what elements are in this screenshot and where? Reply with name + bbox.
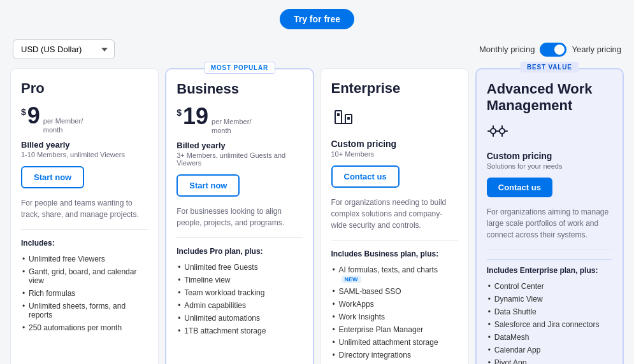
yearly-label: Yearly pricing	[572, 45, 621, 54]
list-item: Control Center	[487, 280, 612, 293]
list-item: Dynamic View	[487, 293, 612, 305]
plan-description-enterprise: For organizations needing to build compl…	[331, 197, 458, 241]
plan-price-business: $ 19 per Member/month	[177, 105, 302, 136]
plan-name-advanced: Advanced Work Management	[487, 81, 612, 114]
list-item: Salesforce and Jira connectors	[487, 318, 612, 331]
billed-sub-pro: 1-10 Members, unlimited Viewers	[21, 151, 148, 158]
features-list-advanced: Control Center Dynamic View Data Shuttle…	[487, 280, 612, 364]
list-item: 250 automations per month	[21, 321, 148, 334]
plan-description-advanced: For organizations aiming to manage large…	[487, 206, 612, 250]
price-amount-business: 19	[183, 105, 208, 128]
svg-rect-3	[337, 113, 340, 116]
list-item: WorkApps	[331, 298, 458, 311]
features-list-pro: Unlimited free Viewers Gantt, grid, boar…	[21, 253, 148, 334]
list-item: Admin capabilities	[177, 299, 302, 312]
plan-card-pro: Pro $ 9 per Member/month Billed yearly 1…	[10, 68, 159, 364]
plan-badge-advanced: BEST VALUE	[521, 62, 579, 73]
contact-us-button-enterprise[interactable]: Contact us	[331, 165, 400, 188]
contact-us-button-advanced[interactable]: Contact us	[487, 178, 552, 197]
plan-badge-business: MOST POPULAR	[204, 62, 275, 74]
list-item: Unlimited free Guests	[177, 261, 302, 274]
custom-pricing-enterprise: Custom pricing	[331, 139, 458, 149]
plan-card-advanced: BEST VALUE Advanced Work Management Cust…	[475, 68, 624, 364]
list-item: Unlimited automations	[177, 312, 302, 325]
plan-description-pro: For people and teams wanting to track, s…	[21, 197, 148, 230]
toggle-switch[interactable]	[540, 43, 566, 57]
start-now-button-business[interactable]: Start now	[177, 174, 240, 197]
includes-title-enterprise: Includes Business plan, plus:	[331, 249, 458, 258]
list-item: SAML-based SSO	[331, 285, 458, 298]
price-symbol-pro: $	[21, 107, 26, 117]
list-item: Timeline view	[177, 274, 302, 286]
new-badge: NEW	[342, 276, 361, 283]
start-now-button-pro[interactable]: Start now	[21, 166, 84, 188]
features-list-business: Unlimited free Guests Timeline view Team…	[177, 261, 302, 337]
plan-card-business: MOST POPULAR Business $ 19 per Member/mo…	[165, 68, 313, 364]
list-item: Team workload tracking	[177, 286, 302, 299]
divider	[487, 259, 612, 260]
enterprise-icon	[331, 104, 458, 134]
plan-name-pro: Pro	[21, 80, 148, 97]
list-item: DataMesh	[487, 331, 612, 344]
custom-pricing-advanced: Custom pricing	[487, 151, 612, 161]
plan-name-business: Business	[177, 81, 302, 97]
list-item: Gantt, grid, board, and calendar view	[21, 265, 148, 287]
billed-sub-business: 3+ Members, unlimited Guests and Viewers	[177, 151, 302, 167]
plan-card-enterprise: Enterprise Custom pricing 10+ Members Co…	[321, 68, 469, 364]
price-per-business: per Member/month	[212, 117, 251, 136]
advanced-icon	[487, 122, 612, 146]
includes-title-advanced: Includes Enterprise plan, plus:	[487, 266, 612, 275]
plan-price-pro: $ 9 per Member/month	[21, 104, 148, 135]
list-item: Data Shuttle	[487, 305, 612, 318]
pricing-toggle: Monthly pricing Yearly pricing	[479, 43, 621, 57]
includes-title-pro: Includes:	[21, 239, 148, 248]
try-free-button[interactable]: Try for free	[280, 9, 354, 29]
custom-sub-enterprise: 10+ Members	[331, 150, 458, 158]
svg-rect-0	[335, 111, 342, 123]
price-amount-pro: 9	[27, 104, 40, 127]
list-item: Calendar App	[487, 344, 612, 356]
plans-grid: Pro $ 9 per Member/month Billed yearly 1…	[5, 68, 629, 364]
list-item: Work Insights	[331, 311, 458, 323]
list-item: Directory integrations	[331, 349, 458, 361]
monthly-label: Monthly pricing	[479, 45, 535, 54]
svg-point-6	[491, 129, 496, 134]
svg-point-9	[500, 129, 505, 134]
currency-select[interactable]: USD (US Dollar) EUR (Euro) GBP (British …	[13, 39, 115, 59]
features-list-enterprise: AI formulas, texts, and charts NEW SAML-…	[331, 263, 458, 361]
billed-label-business: Billed yearly	[177, 141, 302, 150]
list-item: Unlimited sheets, forms, and reports	[21, 300, 148, 321]
price-per-pro: per Member/month	[43, 116, 83, 135]
list-item: Unlimited attachment storage	[331, 336, 458, 349]
list-item: AI formulas, texts, and charts NEW	[331, 263, 458, 285]
svg-rect-4	[347, 117, 350, 120]
list-item: Enterprise Plan Manager	[331, 323, 458, 336]
price-symbol-business: $	[177, 108, 182, 118]
billed-label-pro: Billed yearly	[21, 140, 148, 150]
list-item: Unlimited free Viewers	[21, 253, 148, 265]
list-item: Pivot App	[487, 356, 612, 364]
includes-title-business: Includes Pro plan, plus:	[177, 247, 302, 256]
plan-name-enterprise: Enterprise	[331, 80, 458, 97]
plan-description-business: For businesses looking to align people, …	[177, 206, 302, 238]
list-item: Rich formulas	[21, 287, 148, 300]
custom-sub-advanced: Solutions for your needs	[487, 162, 612, 170]
list-item: 1TB attachment storage	[177, 325, 302, 337]
